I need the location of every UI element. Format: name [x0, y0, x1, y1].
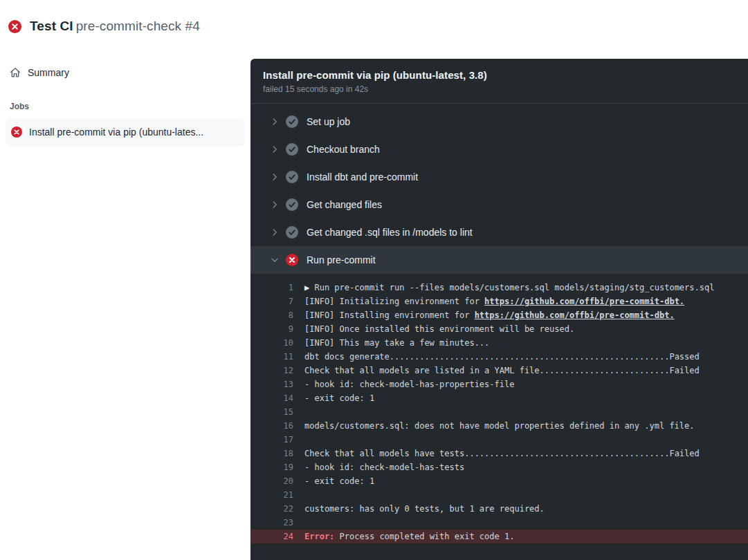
step-row-0[interactable]: Set up job — [250, 108, 748, 136]
home-icon — [10, 67, 21, 78]
log-line-text: [INFO] Once installed this environment w… — [304, 322, 574, 336]
chevron-right-icon — [270, 117, 280, 127]
log-line: 16models/customers.sql: does not have mo… — [250, 419, 748, 433]
step-label: Get changed files — [307, 199, 382, 210]
log-line-text: - hook id: check-model-has-tests — [304, 460, 464, 474]
steps-list: Set up jobCheckout branchInstall dbt and… — [250, 104, 748, 274]
step-label: Set up job — [307, 116, 350, 127]
chevron-down-icon — [270, 255, 280, 265]
log-line-number[interactable]: 11 — [250, 350, 293, 364]
error-label: Error: — [304, 532, 334, 541]
log-line: 10[INFO] This may take a few minutes... — [250, 336, 748, 350]
step-success-icon — [286, 115, 298, 128]
log-line-text: [INFO] Initializing environment for http… — [304, 295, 684, 308]
step-label: Install dbt and pre-commit — [307, 171, 418, 183]
log-line-number[interactable]: 21 — [250, 488, 293, 502]
job-failed-icon — [11, 127, 22, 138]
log-line-text: Check that all models have tests........… — [304, 447, 700, 460]
log-line: 1▶ Run pre-commit run --files models/cus… — [250, 281, 748, 295]
job-status-line: failed 15 seconds ago in 42s — [263, 84, 736, 94]
log-line-number[interactable]: 15 — [250, 405, 293, 419]
log-line-number[interactable]: 24 — [250, 530, 293, 543]
log-line: 21 — [250, 488, 748, 502]
log-line: 7[INFO] Initializing environment for htt… — [250, 295, 748, 308]
chevron-right-icon — [270, 172, 280, 182]
log-line: 23 — [250, 516, 748, 530]
log-line: 11dbt docs generate.....................… — [250, 350, 748, 364]
log-line: 15 — [250, 405, 748, 419]
log-line-text: ▶ Run pre-commit run --files models/cust… — [304, 281, 714, 295]
chevron-right-icon — [270, 227, 280, 237]
log-line-text: models/customers.sql: does not have mode… — [304, 419, 695, 433]
log-line-number[interactable]: 13 — [250, 377, 293, 391]
log-line-number[interactable]: 14 — [250, 391, 293, 405]
log-line-number[interactable]: 9 — [250, 322, 293, 336]
run-title: pre-commit-check #4 — [76, 19, 200, 33]
log-line-number[interactable]: 18 — [250, 447, 293, 460]
workflow-name: Test CI — [30, 19, 73, 33]
chevron-right-icon — [270, 200, 280, 209]
step-label: Run pre-commit — [307, 254, 376, 265]
sidebar-item-summary[interactable]: Summary — [10, 63, 245, 82]
step-row-4[interactable]: Get changed .sql files in /models to lin… — [250, 218, 748, 246]
sidebar-item-job-install-pre-commit[interactable]: Install pre-commit via pip (ubuntu-lates… — [6, 118, 245, 146]
log-line: 14- exit code: 1 — [250, 391, 748, 405]
log-line-number[interactable]: 8 — [250, 308, 293, 322]
step-row-5[interactable]: Run pre-commit — [250, 246, 748, 274]
log-line: 20- exit code: 1 — [250, 474, 748, 488]
step-row-2[interactable]: Install dbt and pre-commit — [250, 163, 748, 191]
log-line: 19- hook id: check-model-has-tests — [250, 460, 748, 474]
log-line-number[interactable]: 17 — [250, 433, 293, 447]
job-panel-title: Install pre-commit via pip (ubuntu-lates… — [263, 69, 736, 81]
log-line-text: dbt docs generate.......................… — [304, 350, 700, 364]
step-success-icon — [286, 143, 298, 156]
step-row-3[interactable]: Get changed files — [250, 191, 748, 218]
sidebar: Summary Jobs Install pre-commit via pip … — [0, 59, 250, 146]
log-line: 22customers: has only 0 tests, but 1 are… — [250, 502, 748, 516]
log-link[interactable]: https://github.com/offbi/pre-commit-dbt. — [475, 310, 675, 320]
log-line-number[interactable]: 7 — [250, 295, 293, 308]
log-group-arrow-icon: ▶ — [304, 283, 314, 292]
log-line-text: [INFO] This may take a few minutes... — [304, 336, 489, 350]
log-line-text: customers: has only 0 tests, but 1 are r… — [304, 502, 545, 516]
log-line: 8[INFO] Installing environment for https… — [250, 308, 748, 322]
log-line: 13- hook id: check-model-has-properties-… — [250, 377, 748, 391]
log-line: 17 — [250, 433, 748, 447]
step-success-icon — [286, 171, 298, 183]
log-line-number[interactable]: 10 — [250, 336, 293, 350]
log-line-text: Check that all models are listed in a YA… — [304, 364, 700, 377]
chevron-right-icon — [270, 144, 280, 154]
log-line-number[interactable]: 16 — [250, 419, 293, 433]
step-row-1[interactable]: Checkout branch — [250, 136, 748, 163]
jobs-section-label: Jobs — [10, 102, 241, 111]
log-line: 18Check that all models have tests......… — [250, 447, 748, 460]
step-success-icon — [286, 198, 298, 211]
log-line-number[interactable]: 19 — [250, 460, 293, 474]
log-line: 9[INFO] Once installed this environment … — [250, 322, 748, 336]
log-line-text: - exit code: 1 — [304, 474, 374, 488]
page-title: Test CIpre-commit-check #4 — [30, 19, 200, 34]
log-output: 1▶ Run pre-commit run --files models/cus… — [250, 274, 748, 552]
log-line-text: Error: Process completed with exit code … — [304, 530, 514, 543]
log-line-number[interactable]: 20 — [250, 474, 293, 488]
log-line: 24Error: Process completed with exit cod… — [250, 530, 748, 543]
job-log-panel: Install pre-commit via pip (ubuntu-lates… — [250, 59, 748, 560]
log-line-text: - exit code: 1 — [304, 391, 374, 405]
job-name-label: Install pre-commit via pip (ubuntu-lates… — [29, 127, 203, 138]
run-header: Test CIpre-commit-check #4 — [8, 19, 200, 34]
step-label: Checkout branch — [307, 144, 380, 155]
log-line-number[interactable]: 1 — [250, 281, 293, 295]
step-success-icon — [286, 226, 298, 239]
step-failed-icon — [286, 254, 298, 266]
log-line-number[interactable]: 22 — [250, 502, 293, 516]
log-line-text: [INFO] Installing environment for https:… — [304, 308, 675, 322]
log-line-number[interactable]: 12 — [250, 364, 293, 377]
log-line-number[interactable]: 23 — [250, 516, 293, 530]
job-panel-header: Install pre-commit via pip (ubuntu-lates… — [250, 59, 748, 104]
summary-label: Summary — [28, 67, 69, 78]
log-line: 12Check that all models are listed in a … — [250, 364, 748, 377]
run-failed-icon — [8, 20, 21, 33]
log-link[interactable]: https://github.com/offbi/pre-commit-dbt. — [484, 297, 684, 306]
step-label: Get changed .sql files in /models to lin… — [307, 227, 473, 238]
log-line-text: - hook id: check-model-has-properties-fi… — [304, 377, 514, 391]
